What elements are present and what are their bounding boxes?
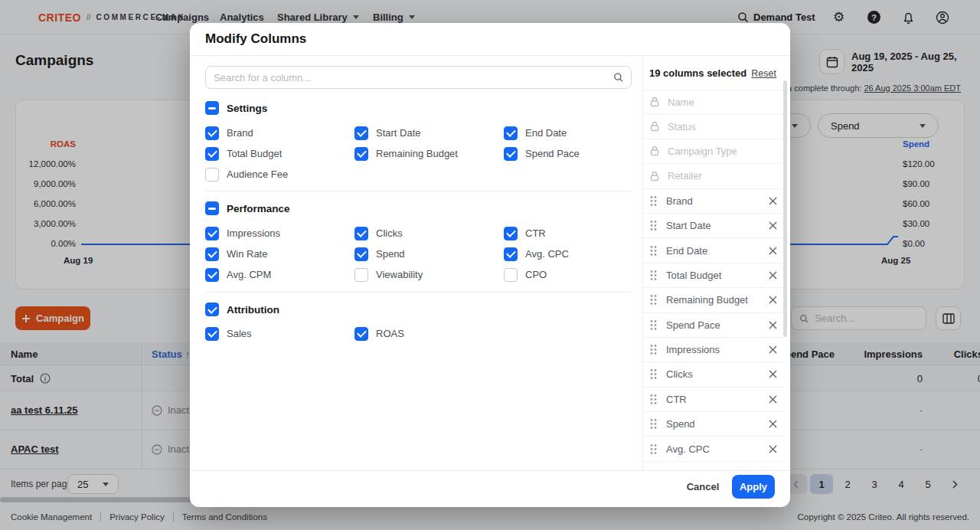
option-label: Sales [227,328,252,339]
column-search[interactable] [205,66,632,89]
locked-column-campaign-type: Campaign Type [643,139,785,164]
group-label: Settings [227,103,267,114]
column-option-win-rate[interactable]: Win Rate [205,244,354,264]
column-option-impressions[interactable]: Impressions [205,223,354,244]
attribution-items: Sales ROAS [205,323,653,344]
column-option-brand[interactable]: Brand [205,123,354,143]
reset-link[interactable]: Reset [751,68,776,79]
lock-icon [650,146,659,156]
column-option-viewability[interactable]: Viewability [354,264,504,285]
column-option-remaining-budget[interactable]: Remaining Budget [354,143,504,164]
drag-handle-icon[interactable] [650,368,657,380]
selected-column-label: Brand [666,195,760,207]
selected-column-ctr[interactable]: CTR [643,388,785,412]
group-checkbox[interactable] [205,101,219,115]
drag-handle-icon[interactable] [650,245,657,257]
remove-column-button[interactable] [769,271,777,280]
column-option-end-date[interactable]: End Date [504,123,653,143]
checkbox[interactable] [205,227,219,240]
drag-handle-icon[interactable] [650,319,657,331]
column-option-clicks[interactable]: Clicks [354,223,504,244]
selected-column-remaining-budget[interactable]: Remaining Budget [643,288,785,312]
checkbox[interactable] [354,147,368,161]
option-label: Avg. CPC [525,248,569,260]
drag-handle-icon[interactable] [650,294,657,306]
column-option-spend-pace[interactable]: Spend Pace [504,143,653,164]
checkbox[interactable] [504,268,518,282]
remove-column-button[interactable] [769,345,777,354]
selected-column-avg-cpc[interactable]: Avg. CPC [643,437,785,461]
app-root: CRITEO // COMMERCE-MAX Campaigns Analyti… [0,0,980,530]
drag-handle-icon[interactable] [650,344,657,355]
remove-column-button[interactable] [769,395,777,404]
group-performance[interactable]: Performance [205,201,290,216]
column-option-roas[interactable]: ROAS [354,323,504,344]
drag-handle-icon[interactable] [650,418,657,430]
selected-column-spend[interactable]: Spend [643,412,785,437]
column-option-avg-cpc[interactable]: Avg. CPC [504,244,653,264]
column-option-spend[interactable]: Spend [354,244,504,264]
option-label: CTR [525,227,546,239]
option-label: Clicks [376,227,403,239]
checkbox[interactable] [504,247,518,261]
checkbox[interactable] [205,268,219,282]
selected-column-label: Remaining Budget [666,294,760,306]
locked-column-retailer: Retailer [643,164,785,188]
column-option-avg-cpm[interactable]: Avg. CPM [205,264,354,285]
checkbox[interactable] [205,147,219,161]
drag-handle-icon[interactable] [650,270,657,281]
remove-column-button[interactable] [769,420,777,428]
modify-columns-modal: Modify Columns Settings Brand Start Date… [190,23,790,507]
selected-column-clicks[interactable]: Clicks [643,362,785,387]
remove-column-button[interactable] [769,221,777,230]
remove-column-button[interactable] [769,321,777,329]
drag-handle-icon[interactable] [650,443,657,455]
selected-column-brand[interactable]: Brand [643,189,785,214]
checkbox[interactable] [354,126,368,140]
drag-handle-icon[interactable] [650,394,657,405]
column-option-audience-fee[interactable]: Audience Fee [205,164,354,185]
group-attribution[interactable]: Attribution [205,302,279,317]
checkbox[interactable] [354,227,368,240]
checkbox[interactable] [354,268,368,282]
column-option-sales[interactable]: Sales [205,323,354,344]
remove-column-button[interactable] [769,247,777,255]
close-icon [769,345,777,354]
drag-handle-icon[interactable] [650,195,657,207]
group-settings[interactable]: Settings [205,100,267,116]
panel-scrollbar[interactable] [783,80,787,337]
column-search-input[interactable] [214,72,607,83]
remove-column-button[interactable] [769,370,777,378]
selected-column-label: Impressions [666,344,760,355]
remove-column-button[interactable] [769,296,777,304]
checkbox[interactable] [354,247,368,261]
close-icon [769,445,777,453]
column-option-cpo[interactable]: CPO [504,264,653,285]
checkbox[interactable] [504,227,518,240]
option-label: Total Budget [227,148,282,159]
checkbox[interactable] [354,327,368,341]
selected-column-total-budget[interactable]: Total Budget [643,263,785,288]
checkbox[interactable] [205,247,219,261]
selected-column-spend-pace[interactable]: Spend Pace [643,313,785,338]
group-checkbox[interactable] [205,201,219,215]
apply-button[interactable]: Apply [732,475,775,499]
selected-column-end-date[interactable]: End Date [643,238,785,263]
column-option-total-budget[interactable]: Total Budget [205,143,354,164]
column-option-ctr[interactable]: CTR [504,223,653,244]
remove-column-button[interactable] [769,445,777,453]
checkbox[interactable] [205,327,219,341]
close-icon [769,395,777,404]
column-option-start-date[interactable]: Start Date [354,123,504,143]
checkbox[interactable] [205,126,219,140]
checkbox[interactable] [205,168,219,182]
selected-column-impressions[interactable]: Impressions [643,338,785,362]
group-checkbox[interactable] [205,303,219,316]
checkbox[interactable] [504,147,518,161]
checkbox[interactable] [504,126,518,140]
selected-column-start-date[interactable]: Start Date [643,214,785,238]
drag-handle-icon[interactable] [650,220,657,231]
cancel-button[interactable]: Cancel [680,475,726,499]
option-label: Remaining Budget [376,148,458,159]
remove-column-button[interactable] [769,197,777,205]
